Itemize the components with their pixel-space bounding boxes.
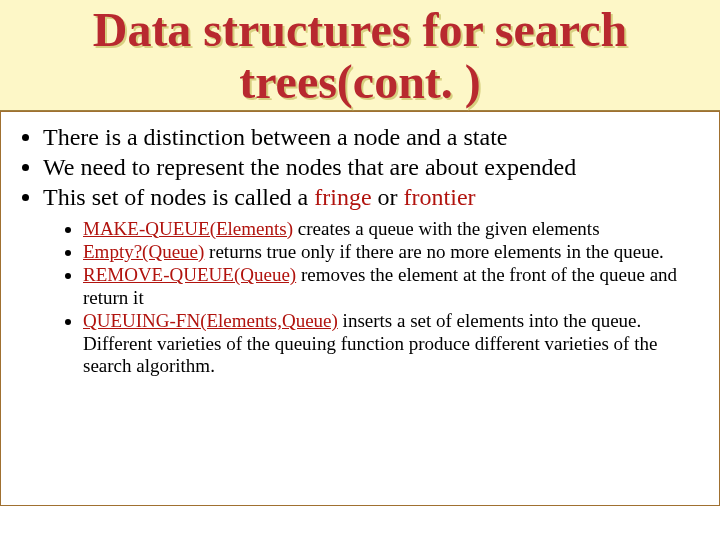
fn-remove-queue: REMOVE-QUEUE(Queue) <box>83 264 296 285</box>
term-frontier: frontier <box>404 184 476 210</box>
sub-remove-queue: REMOVE-QUEUE(Queue) removes the element … <box>83 264 701 309</box>
slide-title: Data structures for search trees(cont. ) <box>10 4 710 108</box>
sub-queuing-fn: QUEUING-FN(Elements,Queue) inserts a set… <box>83 310 701 377</box>
main-list: There is a distinction between a node an… <box>19 122 701 378</box>
title-band: Data structures for search trees(cont. ) <box>0 0 720 111</box>
sub-make-queue: MAKE-QUEUE(Elements) creates a queue wit… <box>83 218 701 240</box>
fn-empty: Empty?(Queue) <box>83 241 204 262</box>
bullet-node-state: There is a distinction between a node an… <box>43 122 701 152</box>
fn-queuing-fn: QUEUING-FN(Elements,Queue) <box>83 310 338 331</box>
text-part: or <box>372 184 404 210</box>
sub-list: MAKE-QUEUE(Elements) creates a queue wit… <box>43 218 701 378</box>
content-box: There is a distinction between a node an… <box>0 111 720 506</box>
fn-desc: returns true only if there are no more e… <box>204 241 664 262</box>
bullet-represent-nodes: We need to represent the nodes that are … <box>43 152 701 182</box>
sub-empty: Empty?(Queue) returns true only if there… <box>83 241 701 263</box>
term-fringe: fringe <box>314 184 371 210</box>
fn-desc: creates a queue with the given elements <box>293 218 600 239</box>
bullet-fringe-frontier: This set of nodes is called a fringe or … <box>43 182 701 378</box>
fn-make-queue: MAKE-QUEUE(Elements) <box>83 218 293 239</box>
text-part: This set of nodes is called a <box>43 184 314 210</box>
